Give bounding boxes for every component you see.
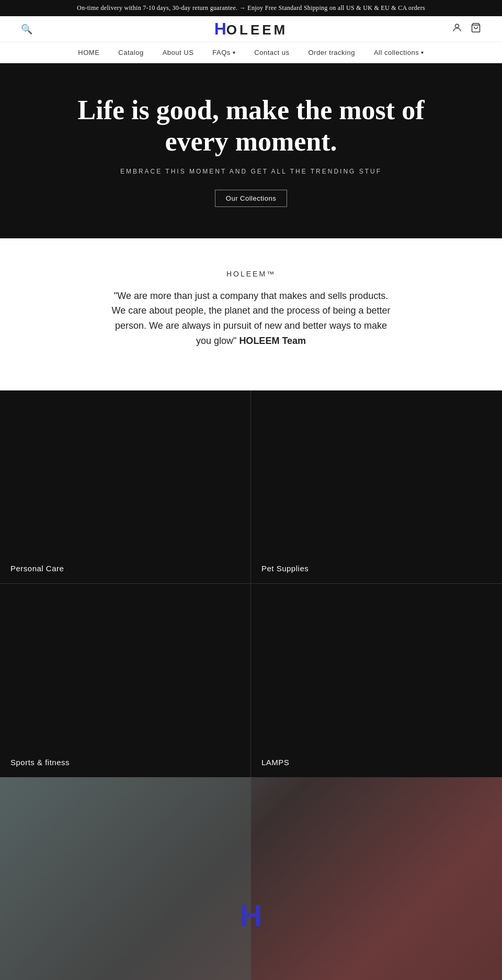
bottom-section: H — [0, 777, 502, 980]
nav-item-faqs[interactable]: FAQs ▾ — [212, 49, 235, 56]
collection-label-pet-supplies: Pet Supplies — [261, 564, 309, 573]
nav-label-contact: Contact us — [254, 49, 289, 56]
collection-lamps[interactable]: LAMPS — [251, 584, 502, 777]
about-brand-name: HOLEEM™ — [110, 270, 392, 278]
cart-icon[interactable] — [471, 22, 481, 36]
header-left: 🔍 — [21, 24, 32, 35]
nav-item-about[interactable]: About US — [163, 49, 194, 56]
search-icon[interactable]: 🔍 — [21, 24, 32, 35]
announcement-text: On-time delivery within 7-10 days, 30-da… — [77, 4, 425, 11]
collection-label-personal-care: Personal Care — [10, 564, 64, 573]
logo-suffix: OLEEM — [226, 22, 288, 38]
account-icon[interactable] — [452, 22, 462, 36]
collection-label-lamps: LAMPS — [261, 758, 289, 767]
bottom-logo: H — [239, 897, 262, 933]
nav-item-all-collections[interactable]: All collections ▾ — [374, 49, 424, 56]
nav-item-order-tracking[interactable]: Order tracking — [309, 49, 355, 56]
chevron-down-icon-2: ▾ — [421, 50, 424, 55]
nav-item-home[interactable]: HOME — [78, 49, 99, 56]
about-section: HOLEEM™ "We are more than just a company… — [0, 238, 502, 370]
logo-h-letter: H — [214, 19, 226, 38]
svg-point-0 — [455, 24, 459, 28]
header-right — [452, 22, 481, 36]
nav-label-all-collections: All collections — [374, 49, 419, 56]
hero-section: Life is good, make the most of every mom… — [0, 63, 502, 238]
collection-sports-fitness[interactable]: Sports & fitness — [0, 584, 251, 777]
hero-title: Life is good, make the most of every mom… — [68, 95, 434, 157]
collections-grid: Personal Care Pet Supplies Sports & fitn… — [0, 390, 502, 777]
header: 🔍 HOLEEM — [0, 16, 502, 42]
nav-item-contact[interactable]: Contact us — [254, 49, 289, 56]
nav-label-catalog: Catalog — [118, 49, 143, 56]
main-nav: HOME Catalog About US FAQs ▾ Contact us … — [0, 42, 502, 63]
about-quote-author: HOLEEM Team — [239, 336, 306, 346]
nav-label-home: HOME — [78, 49, 99, 56]
nav-item-catalog[interactable]: Catalog — [118, 49, 143, 56]
logo-text: HOLEEM — [214, 19, 288, 39]
nav-label-about: About US — [163, 49, 194, 56]
hero-subtitle: EMBRACE THIS MOMENT AND GET ALL THE TREN… — [120, 168, 382, 175]
collection-personal-care[interactable]: Personal Care — [0, 390, 251, 584]
chevron-down-icon: ▾ — [233, 50, 236, 55]
collection-label-sports-fitness: Sports & fitness — [10, 758, 70, 767]
nav-label-faqs: FAQs — [212, 49, 231, 56]
nav-label-order-tracking: Order tracking — [309, 49, 355, 56]
collection-pet-supplies[interactable]: Pet Supplies — [251, 390, 502, 584]
about-quote: "We are more than just a company that ma… — [110, 289, 392, 349]
hero-collections-button[interactable]: Our Collections — [215, 190, 287, 207]
announcement-bar: On-time delivery within 7-10 days, 30-da… — [0, 0, 502, 16]
logo[interactable]: HOLEEM — [214, 19, 288, 39]
